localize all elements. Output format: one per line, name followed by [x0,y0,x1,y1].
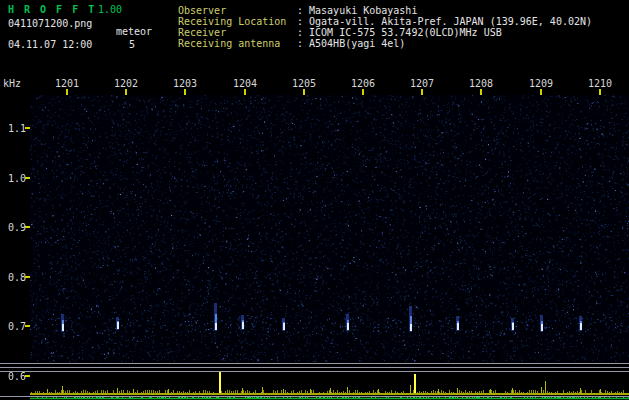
hrofft-window: H R O F F T 1.00 0411071200.png meteor 0… [0,0,629,400]
time-tick [244,89,246,95]
time-tick [540,89,542,95]
time-label-1204: 1204 [233,78,257,89]
time-tick [303,89,305,95]
time-label-1202: 1202 [114,78,138,89]
time-tick [66,89,68,95]
freq-tick [25,325,30,327]
time-tick [362,89,364,95]
time-label-1201: 1201 [55,78,79,89]
freq-tick [25,127,30,129]
signal-level-canvas [0,362,629,400]
freq-label-1.1: 1.1 [8,123,26,134]
freq-tick [25,375,30,377]
freq-tick [25,177,30,179]
time-label-1209: 1209 [529,78,553,89]
time-label-1203: 1203 [173,78,197,89]
freq-tick [25,226,30,228]
freq-tick [25,276,30,278]
freq-label-0.8: 0.8 [8,272,26,283]
time-label-1206: 1206 [351,78,375,89]
time-tick [421,89,423,95]
freq-label-0.7: 0.7 [8,321,26,332]
spectrogram-area: kHz 120112021203120412051206120712081209… [0,0,629,400]
time-label-1205: 1205 [292,78,316,89]
freq-label-0.6: 0.6 [8,371,26,382]
spectrogram-canvas [30,95,629,362]
time-tick [480,89,482,95]
time-tick [599,89,601,95]
freq-unit-label: kHz [3,78,21,89]
time-tick [184,89,186,95]
time-tick [125,89,127,95]
time-label-1208: 1208 [469,78,493,89]
freq-label-0.9: 0.9 [8,222,26,233]
freq-label-1.0: 1.0 [8,173,26,184]
time-label-1210: 1210 [588,78,612,89]
time-label-1207: 1207 [410,78,434,89]
